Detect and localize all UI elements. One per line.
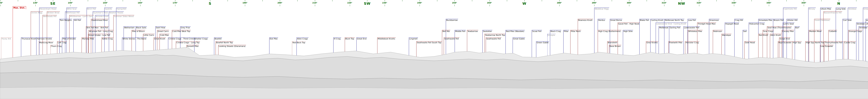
peak-label: Lord's Seat [783,23,795,25]
peak-label: Low Fell [688,19,696,21]
peak-label: Grey Knotts [646,41,658,44]
peak-label: Darling Fell [669,26,681,29]
peak-label: High Spy North Top [805,41,825,44]
peak-label: Thornythwaite Fell [824,41,843,44]
peak-label: High Crag (Buttermere) [598,30,621,32]
peak-label: Herdus [598,19,606,21]
peak-label: Wetherlam [124,26,135,29]
peak-label: Seathwaite Fell [444,37,459,40]
peak-label: Carl Side [842,19,852,21]
peak-label: Great End [356,37,367,40]
peak-label: Grey Friar [180,26,191,29]
peak-label: Newton Heads [109,11,124,14]
peak-label: Dodd (Skiddaw) [814,19,830,21]
peak-label: High Spy [792,41,802,44]
peak-label: Middleboot Knotts [377,37,396,40]
peak-label: Hopegill Head [725,23,739,25]
peak-label: Skiddaw Little Man [856,23,868,25]
peak-label: Blake Fell [639,19,649,21]
peak-label: Thirdgill Head Man [697,23,716,25]
peak-label: Brandreth [607,41,618,44]
peak-label: Skiddaw [848,8,857,10]
peak-label: Black Crag [550,30,561,32]
peak-label: Long Side [836,8,846,10]
peak-label: Pavey Ark [1,37,12,40]
peak-label: Whiteless Pike [688,30,703,32]
peak-label: Red Beck Top [292,41,306,44]
peak-label: Whitbarrow - Lord's Seat [69,15,94,18]
peak-label: Saskills [104,8,113,10]
peak-label: Grisedale Pike [758,19,773,21]
peak-label: Allen Crags [297,37,309,40]
peak-label: White Stones - The Band [122,37,147,40]
peak-label: Fleetwith Pike [669,41,683,44]
peak-label: Pike of Blisco [132,30,145,32]
peak-label: Loft Crag [57,41,67,44]
peak-label: Whin Scar [66,8,77,10]
peak-label: Scope End [779,37,790,40]
peak-label: Seat How (Thornthwaite) [767,26,792,29]
peak-label: Urchin Rigg [31,11,43,14]
peak-label: Tom Heights [59,19,72,21]
peak-label: Mansey Pike [82,37,94,40]
peak-label: Maiden Moor [809,30,822,32]
peak-label: Catbells [829,30,837,32]
peak-label: Thorn Crag [51,45,62,47]
peak-label: Mellbreak North Top [664,19,684,21]
peak-label: Aikin Knott [770,34,781,36]
peak-label: Grange Crags [848,30,863,32]
peak-label: Summer Sides Wood [113,15,134,18]
peak-label: Robinson [713,30,722,32]
peak-label: Bowness Knott [578,19,593,21]
peak-label: Blunt Top [345,37,355,40]
peak-label: Wrynose Fell - Long Crag [89,30,113,32]
peak-label: Weddicar Rigg [594,8,609,10]
peak-label: Crinkle Crags - Third Crinkle [168,37,196,40]
peak-label: Cold Pike West Top [172,30,191,32]
peak-label: Middle Fell [455,30,466,32]
peak-label: Thunacar Knott [21,37,37,40]
peak-label: Sail [743,30,747,32]
peak-label: Yewbarrow [467,30,478,32]
peak-label: Great Intake - Low Fell [88,34,111,36]
peak-label: Gavel Fell - High Nook [618,23,640,25]
peak-label: Buckbarrow [446,19,458,21]
peak-label: Milnthorpe Hill [65,11,80,14]
peak-label: Great Knott [154,37,166,40]
peak-label: Ill Crag [333,37,341,40]
peak-label: Hampsfell [116,8,127,10]
peak-label: Great Borne [610,19,622,21]
peak-label: High Scawdel [778,41,792,44]
peak-label: Bell Rib [442,30,450,32]
peak-label: Causey Pike [782,30,794,32]
terrain-ridge-3 [0,87,868,99]
peak-label: Scar Crags [763,30,774,32]
peak-label: Seathwaite Fell [486,37,501,40]
peak-label: Cold Pike [159,34,169,36]
peak-label: Pike of Stickle [62,37,76,40]
terrain-relief [0,0,868,99]
peak-label: Steeple [547,34,556,36]
peak-label: Arnside Knott [95,15,109,18]
peak-label: Ullister Hill [786,19,798,21]
peak-label: Black Sails [135,26,147,29]
peak-label: Wellheads Hill [42,15,57,18]
peak-label: Harrison Stickle [36,37,52,40]
peak-label: Hobcarton Crag [749,23,765,25]
peak-label: Swirl How [155,26,166,29]
peak-label: Birk Fell Man - Birk Fell [86,26,109,29]
peak-label: Red Pike (Wasdale) [505,30,525,32]
peak-label: Jenkin Hill [866,19,868,21]
peak-label: Honister Crag [685,41,699,44]
peak-label: Ullock Pike [820,8,832,10]
peak-label: Yewbarrow North Top [485,34,505,36]
peak-label: Pillar Rock [570,30,581,32]
peak-label: High Stile [623,30,633,32]
peak-label: Esk Pike [269,37,278,40]
peak-label: Loweswater Fell [683,26,700,29]
peak-label: Seathwaite Fell South Top [416,41,442,44]
peak-label: Crinkle Crags - Long Top [176,41,200,44]
peak-label: Scoat Fell [532,30,542,32]
panorama-canvas: 120°130°140°150°160°170°190°200°210°220°… [0,0,868,99]
peak-label: Binsey [808,8,816,10]
